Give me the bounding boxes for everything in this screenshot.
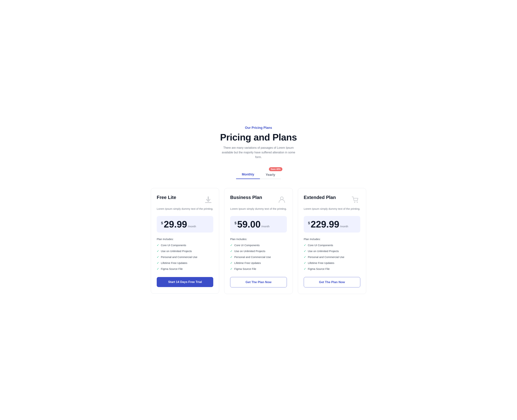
free-lite-plan-name: Free Lite [157,195,176,200]
feature-text: Personal and Commercial Use [308,255,344,259]
feature-text: Core UI Components [308,244,333,247]
business-plan-currency: $ [235,221,236,225]
list-item: ✓ Use on Unlimited Projects [157,249,213,253]
extended-plan-card: Extended Plan Lorem Ipsum simply dummy t… [298,188,366,294]
check-icon: ✓ [230,243,232,247]
business-plan-includes-label: Plan Includes: [230,238,287,240]
feature-text: Use on Unlimited Projects [308,250,339,253]
list-item: ✓ Personal and Commercial Use [157,255,213,259]
list-item: ✓ Lifetime Free Updates [304,261,360,265]
save-badge: Save 40% [269,167,282,171]
subtitle: There are many variations of passages of… [219,145,298,159]
svg-point-3 [354,202,355,203]
list-item: ✓ Figma Source File [230,267,287,270]
business-plan-description: Lorem Ipsum simply dummy text of the pri… [230,207,287,211]
feature-text: Lifetime Free Updates [234,261,261,264]
monthly-tab[interactable]: Monthly [236,170,260,179]
check-icon: ✓ [230,267,232,270]
cart-icon [350,195,360,205]
check-icon: ✓ [157,243,159,247]
svg-rect-0 [205,202,212,203]
business-plan-period: /month [261,225,270,228]
list-item: ✓ Lifetime Free Updates [157,261,213,265]
list-item: ✓ Figma Source File [157,267,213,270]
list-item: ✓ Personal and Commercial Use [304,255,360,259]
extended-plan-period: /month [340,225,348,228]
billing-toggle-tabs: Monthly Yearly Save 40% [236,170,281,179]
list-item: ✓ Core UI Components [157,243,213,247]
extended-plan-description: Lorem Ipsum simply dummy text of the pri… [304,207,360,211]
free-lite-description: Lorem Ipsum simply dummy text of the pri… [157,207,213,211]
pricing-cards-container: Free Lite Lorem Ipsum simply dummy text … [151,188,366,294]
free-lite-card-header: Free Lite [157,195,213,205]
free-lite-currency: $ [161,221,163,225]
extended-plan-currency: $ [308,221,310,225]
list-item: ✓ Core UI Components [230,243,287,247]
feature-text: Use on Unlimited Projects [161,250,192,253]
free-lite-price: 29.99 [164,220,187,229]
check-icon: ✓ [230,255,232,259]
svg-point-4 [357,202,358,203]
free-lite-price-box: $ 29.99 /month [157,216,213,232]
check-icon: ✓ [304,255,306,259]
business-plan-price-box: $ 59.00 /month [230,216,287,232]
extended-plan-name: Extended Plan [304,195,336,200]
svg-point-2 [280,197,283,200]
check-icon: ✓ [230,249,232,253]
free-lite-card: Free Lite Lorem Ipsum simply dummy text … [151,188,219,294]
business-plan-price: 59.00 [237,220,260,229]
extended-plan-features-list: ✓ Core UI Components ✓ Use on Unlimited … [304,243,360,270]
free-lite-features-list: ✓ Core UI Components ✓ Use on Unlimited … [157,243,213,270]
list-item: ✓ Lifetime Free Updates [230,261,287,265]
list-item: ✓ Use on Unlimited Projects [304,249,360,253]
feature-text: Core UI Components [161,244,186,247]
free-lite-includes-label: Plan Includes: [157,238,213,240]
business-plan-card: Business Plan Lorem Ipsum simply dummy t… [224,188,293,294]
section-label: Our Pricing Plans [151,126,366,130]
business-plan-name: Business Plan [230,195,262,200]
free-lite-period: /month [188,225,196,228]
check-icon: ✓ [157,255,159,259]
feature-text: Core UI Components [234,244,259,247]
list-item: ✓ Personal and Commercial Use [230,255,287,259]
business-plan-cta-button[interactable]: Get The Plan Now [230,277,287,287]
check-icon: ✓ [157,267,159,270]
feature-text: Figma Source File [161,267,183,270]
yearly-tab[interactable]: Yearly [260,171,281,179]
free-lite-cta-button[interactable]: Start 14 Days Free Trial [157,277,213,287]
header-section: Our Pricing Plans Pricing and Plans Ther… [151,126,366,159]
download-icon [203,195,213,205]
feature-text: Figma Source File [308,267,330,270]
list-item: ✓ Use on Unlimited Projects [230,249,287,253]
extended-plan-cta-button[interactable]: Get The Plan Now [304,277,360,287]
check-icon: ✓ [157,261,159,265]
check-icon: ✓ [304,267,306,270]
extended-plan-card-header: Extended Plan [304,195,360,205]
feature-text: Personal and Commercial Use [161,255,197,259]
feature-text: Use on Unlimited Projects [234,250,265,253]
billing-toggle-section: Monthly Yearly Save 40% [151,170,366,179]
page-container: Our Pricing Plans Pricing and Plans Ther… [151,126,366,294]
feature-text: Lifetime Free Updates [308,261,335,264]
check-icon: ✓ [304,243,306,247]
feature-text: Lifetime Free Updates [161,261,187,264]
extended-plan-price: 229.99 [311,220,339,229]
yearly-wrapper: Yearly Save 40% [260,170,281,179]
check-icon: ✓ [304,261,306,265]
check-icon: ✓ [304,249,306,253]
svg-rect-1 [208,196,209,200]
extended-plan-includes-label: Plan Includes: [304,238,360,240]
business-plan-card-header: Business Plan [230,195,287,205]
feature-text: Figma Source File [234,267,256,270]
feature-text: Personal and Commercial Use [234,255,271,259]
extended-plan-price-box: $ 229.99 /month [304,216,360,232]
user-icon [277,195,287,205]
list-item: ✓ Figma Source File [304,267,360,270]
check-icon: ✓ [230,261,232,265]
list-item: ✓ Core UI Components [304,243,360,247]
business-plan-features-list: ✓ Core UI Components ✓ Use on Unlimited … [230,243,287,270]
main-title: Pricing and Plans [151,132,366,143]
check-icon: ✓ [157,249,159,253]
